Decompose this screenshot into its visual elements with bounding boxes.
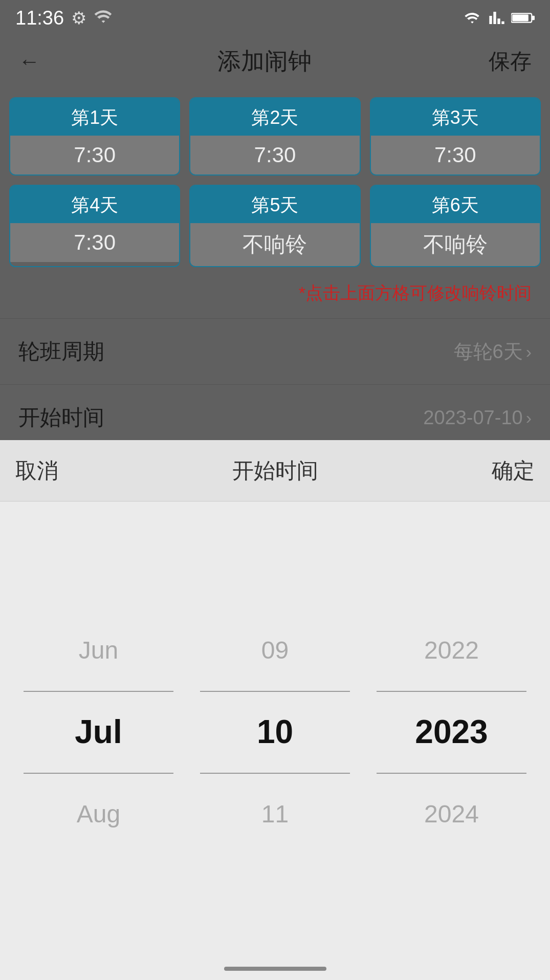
- chevron-icon-rotation: ›: [526, 342, 532, 362]
- nav-bar: ← 添加闹钟 保存: [0, 36, 550, 87]
- picker-year-2023[interactable]: 2023: [363, 691, 540, 773]
- picker-month-aug[interactable]: Aug: [10, 773, 187, 855]
- day-card-5[interactable]: 第5天 不响铃: [189, 185, 360, 267]
- day-time-2: 7:30: [190, 136, 359, 175]
- days-grid: 第1天 7:30 第2天 7:30 第3天 7:30 第4天 7:30 第5天 …: [0, 87, 550, 272]
- rotation-period-value[interactable]: 每轮6天 ›: [454, 339, 532, 365]
- home-indicator: [224, 967, 326, 971]
- picker-day-10[interactable]: 10: [187, 691, 363, 773]
- back-button[interactable]: ←: [18, 49, 40, 74]
- start-time-label: 开始时间: [18, 403, 104, 432]
- day-time-4: 7:30: [10, 223, 179, 262]
- picker-day-11[interactable]: 11: [187, 773, 363, 855]
- day-picker-column: 09 10 11: [187, 502, 363, 962]
- picker-line-top-day: [200, 691, 350, 692]
- status-bar: 11:36 ⚙: [0, 0, 550, 36]
- battery-icon: [511, 11, 535, 25]
- chevron-icon-start: ›: [526, 408, 532, 428]
- settings-section: 轮班周期 每轮6天 › 开始时间 2023-07-10 ›: [0, 318, 550, 450]
- wifi-question-icon: [94, 7, 113, 30]
- day-time-5: 不响铃: [190, 223, 359, 266]
- picker-line-bottom-year: [377, 773, 526, 774]
- picker-confirm-button[interactable]: 确定: [492, 456, 535, 485]
- date-picker-overlay: 取消 开始时间 确定 Jun Jul Aug 09 10 11 2022 202…: [0, 440, 550, 980]
- day-label-5: 第5天: [190, 186, 359, 223]
- month-picker-column: Jun Jul Aug: [10, 502, 187, 962]
- date-picker-body: Jun Jul Aug 09 10 11 2022 2023 2024: [0, 502, 550, 962]
- day-label-4: 第4天: [10, 186, 179, 223]
- year-picker-column: 2022 2023 2024: [363, 502, 540, 962]
- day-time-3: 7:30: [371, 136, 540, 175]
- day-label-1: 第1天: [10, 98, 179, 136]
- day-card-3[interactable]: 第3天 7:30: [370, 97, 541, 176]
- picker-year-2024[interactable]: 2024: [363, 773, 540, 855]
- day-time-6: 不响铃: [371, 223, 540, 266]
- picker-month-jul[interactable]: Jul: [10, 691, 187, 773]
- picker-title: 开始时间: [232, 456, 318, 485]
- status-bar-right: [462, 10, 535, 26]
- hint-text: *点击上面方格可修改响铃时间: [299, 283, 532, 302]
- signal-icon: [488, 10, 506, 26]
- status-time: 11:36: [15, 7, 64, 29]
- day-card-1[interactable]: 第1天 7:30: [9, 97, 180, 176]
- picker-month-jun[interactable]: Jun: [10, 609, 187, 691]
- rotation-period-row[interactable]: 轮班周期 每轮6天 ›: [0, 318, 550, 384]
- svg-rect-2: [532, 16, 535, 20]
- date-picker-header: 取消 开始时间 确定: [0, 440, 550, 502]
- svg-rect-1: [512, 15, 529, 21]
- start-time-text: 2023-07-10: [423, 407, 522, 429]
- day-label-3: 第3天: [371, 98, 540, 136]
- save-button[interactable]: 保存: [489, 47, 532, 76]
- picker-line-top-month: [24, 691, 173, 692]
- rotation-period-text: 每轮6天: [454, 339, 523, 365]
- day-label-2: 第2天: [190, 98, 359, 136]
- rotation-period-label: 轮班周期: [18, 337, 104, 366]
- gear-icon: ⚙: [71, 8, 86, 28]
- picker-line-bottom-month: [24, 773, 173, 774]
- day-card-6[interactable]: 第6天 不响铃: [370, 185, 541, 267]
- day-card-4[interactable]: 第4天 7:30: [9, 185, 180, 267]
- picker-line-top-year: [377, 691, 526, 692]
- wifi-icon: [462, 10, 482, 26]
- hint-row: *点击上面方格可修改响铃时间: [0, 272, 550, 310]
- picker-cancel-button[interactable]: 取消: [15, 456, 58, 485]
- start-time-value[interactable]: 2023-07-10 ›: [423, 407, 532, 429]
- day-label-6: 第6天: [371, 186, 540, 223]
- day-card-2[interactable]: 第2天 7:30: [189, 97, 360, 176]
- picker-year-2022[interactable]: 2022: [363, 609, 540, 691]
- status-bar-left: 11:36 ⚙: [15, 7, 113, 30]
- page-title: 添加闹钟: [217, 46, 312, 77]
- picker-line-bottom-day: [200, 773, 350, 774]
- picker-day-09[interactable]: 09: [187, 609, 363, 691]
- day-time-1: 7:30: [10, 136, 179, 175]
